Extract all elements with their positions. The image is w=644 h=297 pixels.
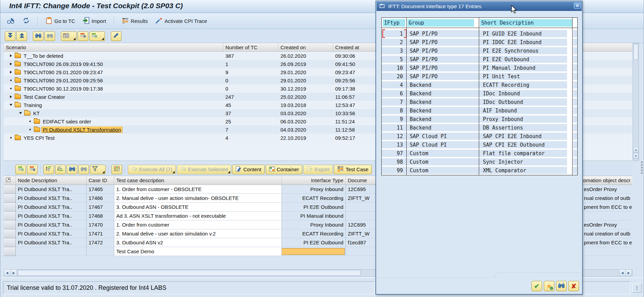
interface-type-row[interactable]: 2 SAP PI/PO PI IDOC E2E Inbound (382, 39, 577, 46)
row-select-cell[interactable] (4, 229, 16, 238)
header-group[interactable]: Group (406, 18, 479, 28)
insert-row-button[interactable] (15, 165, 26, 174)
cell-short-description[interactable]: Sync Injector (479, 158, 567, 165)
tree-header-scenario[interactable]: Scenario (4, 43, 223, 51)
sort-ascending-button[interactable] (43, 165, 54, 174)
grid-find-button[interactable] (67, 165, 77, 174)
refresh-button[interactable] (20, 16, 32, 26)
grid-header-node-description[interactable]: Node Description (16, 176, 87, 185)
display-change-button[interactable] (4, 16, 17, 26)
export-button[interactable]: Export (303, 165, 333, 174)
cell-short-description[interactable]: PI GUID E2E Inbound (479, 30, 567, 37)
execute-selected-button[interactable]: Execute Selected (177, 165, 232, 174)
cell-test-case-description[interactable]: 2. Manual delive - user action simulatio… (114, 229, 282, 238)
column-settings-button[interactable] (61, 31, 77, 41)
grid-header-case-id[interactable]: Case ID (87, 176, 114, 185)
tree-expander[interactable] (18, 111, 23, 116)
tree-expander[interactable] (9, 53, 13, 58)
interface-type-row[interactable]: 9 Backend Proxy Inbound (382, 116, 577, 123)
grid-find-next-button[interactable] (78, 165, 89, 174)
cell-iftyp[interactable]: 20 (382, 73, 406, 80)
scroll-right-button[interactable] (626, 270, 632, 276)
go-to-tc-button[interactable]: Go to TC (43, 16, 78, 26)
cell-group[interactable]: SAP PI/PO (406, 56, 479, 63)
interface-type-row[interactable]: 10 SAP PI/PO PI Manual Inbound (382, 64, 577, 71)
tree-node-label[interactable]: Test Case Creator (23, 94, 66, 100)
select-all-header[interactable] (4, 176, 16, 185)
cell-short-description[interactable]: Flat file comparator (479, 150, 567, 157)
interface-type-row[interactable]: 20 SAP PI/PO PI Unit Test (382, 73, 577, 80)
cell-group[interactable]: SAP PI/PO (406, 64, 479, 71)
tree-node-label[interactable]: T90CLNT090 26.09.2019 09:41:50 (23, 61, 104, 67)
collapse-all-button[interactable] (16, 31, 27, 41)
interface-type-row[interactable]: 11 Backend DB Assertions (382, 124, 577, 131)
interface-type-row[interactable]: 1 SAP PI/PO PI GUID E2E Inbound (382, 30, 577, 37)
tree-expander[interactable] (9, 62, 13, 66)
row-select-cell[interactable] (4, 212, 16, 220)
cell-group[interactable]: Backend (406, 98, 479, 106)
interface-type-row[interactable]: 5 SAP PI/PO PI E2E Outbound (382, 56, 577, 63)
cell-group[interactable]: Backend (406, 90, 479, 97)
find-next-button[interactable] (44, 31, 55, 41)
cell-test-case-description[interactable]: 1. Order from customer - OBSOLETE (114, 185, 282, 194)
tree-header-number-of-tc[interactable]: Number of TC (223, 43, 278, 51)
row-select-cell[interactable] (4, 220, 16, 229)
cell-group[interactable]: SAP PI/PO (406, 39, 479, 46)
cell-test-case-description[interactable]: Ad 3. ASN XSLT transformation - not exec… (114, 212, 282, 220)
dialog-close-button[interactable]: ✕ (574, 3, 581, 9)
tree-header-created-on[interactable]: Created on (278, 43, 333, 51)
cell-group[interactable]: Backend (406, 81, 479, 89)
cell-short-description[interactable]: Proxy Inbound (479, 116, 567, 123)
cell-iftyp[interactable]: 8 (382, 107, 406, 114)
activate-cpi-trace-button[interactable]: Activate CPI Trace (153, 16, 209, 26)
tree-expander[interactable] (28, 119, 32, 124)
cell-short-description[interactable]: PI Unit Test (479, 73, 567, 80)
content-button[interactable]: Content (232, 165, 265, 174)
layout-button[interactable] (111, 165, 122, 174)
cell-short-description[interactable]: IDoc Inbound (479, 90, 567, 97)
scroll-up-button[interactable]: ▲ (633, 147, 639, 153)
tree-node-label[interactable]: EDIFACT sales order (42, 118, 92, 125)
tree-node-label[interactable]: Training (23, 102, 43, 108)
cell-short-description[interactable]: PI Manual Inbound (479, 64, 567, 71)
cell-group[interactable]: SAP Cloud PI (406, 141, 479, 148)
tree-node-label[interactable]: YES CPI Test (23, 135, 56, 141)
interface-type-row[interactable]: 99 Custom XML Comparator (382, 167, 577, 174)
scroll-left-button[interactable] (4, 270, 11, 276)
cell-short-description[interactable]: AIF Inbound (479, 107, 567, 114)
cell-test-case-description[interactable]: 1. Order from customer (114, 220, 282, 229)
tree-expander[interactable] (9, 103, 13, 107)
filter-button[interactable] (90, 165, 106, 174)
tree-expander[interactable] (28, 127, 32, 132)
import-button[interactable]: Import (80, 16, 109, 26)
cell-group[interactable]: SAP PI/PO (406, 47, 479, 54)
dialog-new-entries-button[interactable]: ★ + (544, 281, 554, 291)
cell-group[interactable]: Backend (406, 116, 479, 123)
cell-group[interactable]: Backend (406, 107, 479, 114)
grid-header-test-case-description[interactable]: Test case description (114, 176, 282, 185)
cell-iftyp[interactable]: 10 (382, 64, 406, 71)
activate-row-button[interactable] (89, 31, 105, 41)
row-select-cell[interactable] (4, 247, 16, 256)
status-options-button[interactable]: ▲▼ (632, 283, 642, 293)
tree-node-label[interactable]: PI Outbound XSLT Transformation (42, 126, 122, 133)
cell-group[interactable]: Custom (406, 150, 479, 157)
interface-type-input[interactable] (282, 248, 345, 255)
cell-iftyp[interactable]: 6 (382, 90, 406, 97)
cell-test-case-description[interactable]: 3. Outbound ASN - OBSOLETE (114, 203, 282, 212)
cell-iftyp[interactable]: 97 (382, 150, 406, 157)
cell-group[interactable]: SAP PI/PO (406, 73, 479, 80)
cell-group[interactable]: Backend (406, 124, 479, 131)
cell-short-description[interactable]: DB Assertions (479, 124, 567, 131)
edit-button[interactable] (111, 31, 121, 41)
tree-vertical-scrollbar[interactable]: ▲ ▼ (633, 43, 639, 161)
cell-iftyp[interactable]: 4 (382, 81, 406, 89)
cell-iftyp[interactable]: 98 (382, 158, 406, 165)
header-short-description[interactable]: Short Description (479, 18, 577, 28)
row-select-cell[interactable] (4, 194, 16, 203)
cell-short-description[interactable]: PI E2E Outbound (479, 56, 567, 63)
scroll-left-button[interactable] (619, 270, 626, 276)
cell-iftyp[interactable]: 9 (382, 116, 406, 123)
cell-group[interactable]: Custom (406, 158, 479, 165)
interface-type-row[interactable]: 13 SAP Cloud PI SAP CPI E2E Outbound (382, 141, 577, 148)
